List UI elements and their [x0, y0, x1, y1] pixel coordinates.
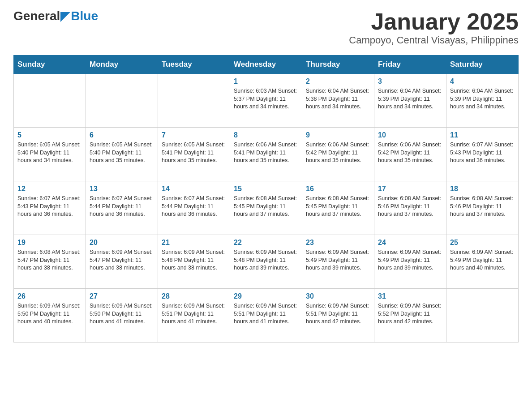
logo-blue: Blue	[71, 9, 98, 23]
calendar-cell: 16Sunrise: 6:08 AM Sunset: 5:45 PM Dayli…	[302, 181, 374, 235]
calendar-cell: 10Sunrise: 6:06 AM Sunset: 5:42 PM Dayli…	[374, 128, 446, 181]
calendar-cell: 20Sunrise: 6:09 AM Sunset: 5:47 PM Dayli…	[86, 235, 158, 289]
calendar-cell: 6Sunrise: 6:05 AM Sunset: 5:40 PM Daylig…	[86, 128, 158, 181]
day-number: 28	[162, 292, 226, 300]
calendar-cell	[14, 74, 86, 128]
day-info: Sunrise: 6:09 AM Sunset: 5:52 PM Dayligh…	[378, 302, 442, 326]
day-number: 21	[162, 239, 226, 247]
calendar-table: SundayMondayTuesdayWednesdayThursdayFrid…	[13, 55, 519, 342]
day-number: 24	[378, 239, 442, 247]
day-number: 14	[162, 185, 226, 193]
day-info: Sunrise: 6:06 AM Sunset: 5:42 PM Dayligh…	[306, 141, 370, 165]
page-title: January 2025	[349, 9, 519, 34]
calendar-week-row: 19Sunrise: 6:08 AM Sunset: 5:47 PM Dayli…	[14, 235, 519, 289]
weekday-header-tuesday: Tuesday	[158, 56, 230, 74]
calendar-cell: 25Sunrise: 6:09 AM Sunset: 5:49 PM Dayli…	[446, 235, 519, 289]
day-number: 26	[17, 292, 82, 300]
logo: General Blue	[13, 9, 98, 23]
svg-marker-0	[60, 12, 70, 22]
day-info: Sunrise: 6:09 AM Sunset: 5:49 PM Dayligh…	[306, 248, 370, 272]
day-info: Sunrise: 6:09 AM Sunset: 5:50 PM Dayligh…	[17, 302, 82, 326]
day-number: 1	[234, 77, 298, 86]
day-number: 20	[90, 239, 154, 247]
day-info: Sunrise: 6:04 AM Sunset: 5:38 PM Dayligh…	[306, 87, 370, 111]
day-number: 4	[450, 77, 515, 86]
calendar-cell	[86, 74, 158, 128]
day-number: 17	[378, 185, 442, 193]
calendar-week-row: 12Sunrise: 6:07 AM Sunset: 5:43 PM Dayli…	[14, 181, 519, 235]
day-number: 30	[306, 292, 370, 300]
calendar-cell: 21Sunrise: 6:09 AM Sunset: 5:48 PM Dayli…	[158, 235, 230, 289]
calendar-cell: 24Sunrise: 6:09 AM Sunset: 5:49 PM Dayli…	[374, 235, 446, 289]
calendar-cell: 29Sunrise: 6:09 AM Sunset: 5:51 PM Dayli…	[230, 289, 302, 342]
day-info: Sunrise: 6:03 AM Sunset: 5:37 PM Dayligh…	[234, 87, 298, 111]
day-number: 31	[378, 292, 442, 300]
calendar-cell: 31Sunrise: 6:09 AM Sunset: 5:52 PM Dayli…	[374, 289, 446, 342]
day-info: Sunrise: 6:07 AM Sunset: 5:43 PM Dayligh…	[450, 141, 515, 165]
calendar-cell	[446, 289, 519, 342]
day-number: 13	[90, 185, 154, 193]
day-info: Sunrise: 6:07 AM Sunset: 5:43 PM Dayligh…	[17, 195, 82, 218]
day-number: 15	[234, 185, 298, 193]
calendar-cell: 3Sunrise: 6:04 AM Sunset: 5:39 PM Daylig…	[374, 74, 446, 128]
calendar-cell: 19Sunrise: 6:08 AM Sunset: 5:47 PM Dayli…	[14, 235, 86, 289]
day-number: 7	[162, 131, 226, 139]
day-info: Sunrise: 6:09 AM Sunset: 5:47 PM Dayligh…	[90, 248, 154, 272]
calendar-cell: 30Sunrise: 6:09 AM Sunset: 5:51 PM Dayli…	[302, 289, 374, 342]
calendar-cell: 12Sunrise: 6:07 AM Sunset: 5:43 PM Dayli…	[14, 181, 86, 235]
day-number: 3	[378, 77, 442, 86]
calendar-cell: 5Sunrise: 6:05 AM Sunset: 5:40 PM Daylig…	[14, 128, 86, 181]
weekday-header-monday: Monday	[86, 56, 158, 74]
weekday-header-wednesday: Wednesday	[230, 56, 302, 74]
calendar-week-row: 26Sunrise: 6:09 AM Sunset: 5:50 PM Dayli…	[14, 289, 519, 342]
logo-triangle-icon	[60, 12, 70, 22]
day-info: Sunrise: 6:07 AM Sunset: 5:44 PM Dayligh…	[162, 195, 226, 218]
day-info: Sunrise: 6:05 AM Sunset: 5:40 PM Dayligh…	[17, 141, 82, 165]
calendar-cell: 26Sunrise: 6:09 AM Sunset: 5:50 PM Dayli…	[14, 289, 86, 342]
calendar-cell: 18Sunrise: 6:08 AM Sunset: 5:46 PM Dayli…	[446, 181, 519, 235]
page-header: General Blue January 2025 Campoyo, Centr…	[13, 9, 519, 46]
calendar-cell: 17Sunrise: 6:08 AM Sunset: 5:46 PM Dayli…	[374, 181, 446, 235]
calendar-cell: 2Sunrise: 6:04 AM Sunset: 5:38 PM Daylig…	[302, 74, 374, 128]
day-number: 16	[306, 185, 370, 193]
day-info: Sunrise: 6:09 AM Sunset: 5:49 PM Dayligh…	[378, 248, 442, 272]
weekday-header-sunday: Sunday	[14, 56, 86, 74]
calendar-cell: 9Sunrise: 6:06 AM Sunset: 5:42 PM Daylig…	[302, 128, 374, 181]
calendar-cell: 11Sunrise: 6:07 AM Sunset: 5:43 PM Dayli…	[446, 128, 519, 181]
day-info: Sunrise: 6:08 AM Sunset: 5:47 PM Dayligh…	[17, 248, 82, 272]
day-info: Sunrise: 6:08 AM Sunset: 5:46 PM Dayligh…	[378, 195, 442, 218]
day-info: Sunrise: 6:08 AM Sunset: 5:45 PM Dayligh…	[234, 195, 298, 218]
day-info: Sunrise: 6:07 AM Sunset: 5:44 PM Dayligh…	[90, 195, 154, 218]
day-number: 10	[378, 131, 442, 139]
day-number: 22	[234, 239, 298, 247]
calendar-cell: 27Sunrise: 6:09 AM Sunset: 5:50 PM Dayli…	[86, 289, 158, 342]
calendar-cell: 23Sunrise: 6:09 AM Sunset: 5:49 PM Dayli…	[302, 235, 374, 289]
calendar-week-row: 5Sunrise: 6:05 AM Sunset: 5:40 PM Daylig…	[14, 128, 519, 181]
day-info: Sunrise: 6:05 AM Sunset: 5:40 PM Dayligh…	[90, 141, 154, 165]
day-info: Sunrise: 6:09 AM Sunset: 5:51 PM Dayligh…	[306, 302, 370, 326]
page-subtitle: Campoyo, Central Visayas, Philippines	[349, 34, 519, 46]
day-number: 5	[17, 131, 82, 139]
weekday-header-friday: Friday	[374, 56, 446, 74]
calendar-cell: 8Sunrise: 6:06 AM Sunset: 5:41 PM Daylig…	[230, 128, 302, 181]
day-number: 11	[450, 131, 515, 139]
calendar-cell: 14Sunrise: 6:07 AM Sunset: 5:44 PM Dayli…	[158, 181, 230, 235]
weekday-header-saturday: Saturday	[446, 56, 519, 74]
day-info: Sunrise: 6:04 AM Sunset: 5:39 PM Dayligh…	[378, 87, 442, 111]
day-info: Sunrise: 6:08 AM Sunset: 5:46 PM Dayligh…	[450, 195, 515, 218]
weekday-header-thursday: Thursday	[302, 56, 374, 74]
day-info: Sunrise: 6:09 AM Sunset: 5:50 PM Dayligh…	[90, 302, 154, 326]
day-number: 12	[17, 185, 82, 193]
day-number: 6	[90, 131, 154, 139]
day-info: Sunrise: 6:09 AM Sunset: 5:49 PM Dayligh…	[450, 248, 515, 272]
day-number: 2	[306, 77, 370, 86]
calendar-cell: 7Sunrise: 6:05 AM Sunset: 5:41 PM Daylig…	[158, 128, 230, 181]
day-info: Sunrise: 6:06 AM Sunset: 5:41 PM Dayligh…	[234, 141, 298, 165]
logo-general: General	[13, 9, 60, 23]
day-info: Sunrise: 6:09 AM Sunset: 5:51 PM Dayligh…	[234, 302, 298, 326]
day-number: 27	[90, 292, 154, 300]
day-number: 18	[450, 185, 515, 193]
calendar-cell	[158, 74, 230, 128]
title-section: January 2025 Campoyo, Central Visayas, P…	[349, 9, 519, 46]
day-number: 9	[306, 131, 370, 139]
